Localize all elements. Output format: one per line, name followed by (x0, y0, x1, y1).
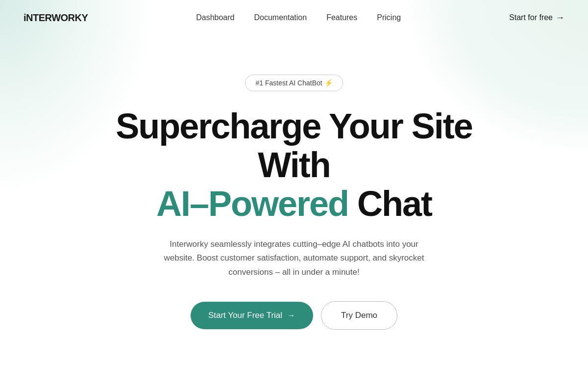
logo-text: iNTERWORKY (24, 12, 88, 23)
primary-btn-label: Start Your Free Trial (208, 311, 282, 320)
hero-buttons: Start Your Free Trial → Try Demo (191, 301, 397, 330)
logo[interactable]: iNTERWORKY (24, 12, 88, 24)
secondary-btn-label: Try Demo (341, 311, 377, 320)
nav-link-pricing[interactable]: Pricing (377, 13, 401, 22)
hero-title-colored: AI–Powered (156, 184, 348, 223)
hero-description: Interworky seamlessly integrates cutting… (157, 237, 431, 280)
nav-item-pricing[interactable]: Pricing (377, 13, 401, 22)
nav-link-documentation[interactable]: Documentation (254, 13, 307, 22)
start-free-trial-button[interactable]: Start Your Free Trial → (191, 302, 313, 329)
badge-text: #1 Fastest AI ChatBot ⚡ (255, 79, 332, 87)
try-demo-button[interactable]: Try Demo (321, 301, 397, 330)
nav-links: Dashboard Documentation Features Pricing (196, 13, 401, 22)
hero-section: #1 Fastest AI ChatBot ⚡ Supercharge Your… (0, 35, 588, 330)
nav-link-features[interactable]: Features (326, 13, 357, 22)
nav-item-documentation[interactable]: Documentation (254, 13, 307, 22)
nav-cta-arrow-icon: → (556, 13, 564, 23)
hero-title-line2: AI–Powered Chat (156, 184, 432, 223)
nav-link-dashboard[interactable]: Dashboard (196, 13, 234, 22)
hero-title-line1: Supercharge Your Site With (93, 107, 495, 184)
primary-btn-arrow-icon: → (287, 311, 295, 320)
nav-cta-label: Start for free (509, 13, 553, 22)
nav-start-free-button[interactable]: Start for free → (509, 13, 564, 23)
hero-badge: #1 Fastest AI ChatBot ⚡ (245, 75, 343, 91)
nav-item-features[interactable]: Features (326, 13, 357, 22)
navbar: iNTERWORKY Dashboard Documentation Featu… (0, 0, 588, 35)
hero-title-plain: Chat (348, 184, 432, 223)
nav-item-dashboard[interactable]: Dashboard (196, 13, 234, 22)
